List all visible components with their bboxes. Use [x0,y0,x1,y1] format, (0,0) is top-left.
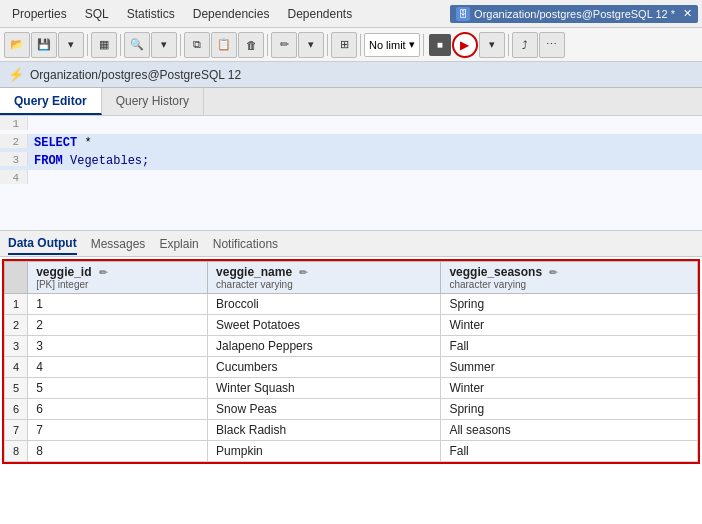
line-num-2: 2 [0,134,28,148]
line-num-1: 1 [0,116,28,130]
editor-area[interactable]: 1 2 SELECT * 3 FROM Vegetables; 4 [0,116,702,231]
menu-statistics[interactable]: Statistics [119,4,183,24]
line-content-2[interactable]: SELECT * [28,134,702,152]
edit-button[interactable]: ✏ [271,32,297,58]
more-button[interactable]: ⋯ [539,32,565,58]
table-wrapper: veggie_id ✏ [PK] integer veggie_name ✏ c… [2,259,700,464]
col-sort-arrow [5,262,28,294]
connection-icon: ⚡ [8,67,24,82]
cell-veggie-id: 6 [28,399,208,420]
line-num-4: 4 [0,170,28,184]
results-tab-data-output[interactable]: Data Output [8,233,77,255]
stop-button[interactable]: ■ [429,34,451,56]
col-veggie-id[interactable]: veggie_id ✏ [PK] integer [28,262,208,294]
separator-5 [327,34,328,56]
results-tab-messages[interactable]: Messages [91,234,146,254]
delete-button[interactable]: 🗑 [238,32,264,58]
col-veggie-seasons[interactable]: veggie_seasons ✏ character varying [441,262,698,294]
table-row[interactable]: 1 1 Broccoli Spring [5,294,698,315]
cell-veggie-seasons: Fall [441,441,698,462]
col-veggie-id-name: veggie_id [36,265,91,279]
table-row[interactable]: 8 8 Pumpkin Fall [5,441,698,462]
col-veggie-name-label: veggie_name [216,265,292,279]
copy-button[interactable]: ⧉ [184,32,210,58]
limit-label: No limit [369,39,406,51]
tab-bar: Query Editor Query History [0,88,702,116]
table-row[interactable]: 2 2 Sweet Potatoes Winter [5,315,698,336]
row-num: 6 [5,399,28,420]
table-row[interactable]: 5 5 Winter Squash Winter [5,378,698,399]
row-num: 4 [5,357,28,378]
table-name: Vegetables; [70,154,149,168]
filter-button[interactable]: ⊞ [331,32,357,58]
save-dropdown-button[interactable]: ▾ [58,32,84,58]
keyword-from: FROM [34,154,63,168]
edit-veggie-name-icon[interactable]: ✏ [299,267,307,278]
separator-2 [120,34,121,56]
cell-veggie-seasons: Spring [441,294,698,315]
table-row[interactable]: 3 3 Jalapeno Peppers Fall [5,336,698,357]
table-row[interactable]: 7 7 Black Radish All seasons [5,420,698,441]
close-tab-icon[interactable]: ✕ [683,7,692,20]
table-row[interactable]: 6 6 Snow Peas Spring [5,399,698,420]
tab-query-editor[interactable]: Query Editor [0,88,102,115]
tab-query-history[interactable]: Query History [102,88,204,115]
grid-view-button[interactable]: ▦ [91,32,117,58]
separator-1 [87,34,88,56]
row-num: 8 [5,441,28,462]
col-veggie-name-sub: character varying [216,279,432,290]
line-content-3[interactable]: FROM Vegetables; [28,152,702,170]
cell-veggie-id: 1 [28,294,208,315]
explain-button[interactable]: ⤴ [512,32,538,58]
keyword-select: SELECT [34,136,77,150]
editor-line-1: 1 [0,116,702,134]
results-tab-bar: Data Output Messages Explain Notificatio… [0,231,702,257]
results-tab-notifications[interactable]: Notifications [213,234,278,254]
separator-8 [508,34,509,56]
col-veggie-name[interactable]: veggie_name ✏ character varying [208,262,441,294]
cell-veggie-name: Winter Squash [208,378,441,399]
cell-veggie-seasons: Summer [441,357,698,378]
connection-label: Organization/postgres@PostgreSQL 12 [30,68,241,82]
edit-dropdown-button[interactable]: ▾ [298,32,324,58]
cell-veggie-seasons: Fall [441,336,698,357]
cell-veggie-id: 2 [28,315,208,336]
row-num: 3 [5,336,28,357]
cell-veggie-seasons: Spring [441,399,698,420]
line-num-3: 3 [0,152,28,166]
limit-arrow-icon: ▾ [409,38,415,51]
table-row[interactable]: 4 4 Cucumbers Summer [5,357,698,378]
run-button[interactable]: ▶ [452,32,478,58]
menu-dependencies[interactable]: Dependencies [185,4,278,24]
results-area: Data Output Messages Explain Notificatio… [0,231,702,524]
results-tab-explain[interactable]: Explain [159,234,198,254]
col-veggie-seasons-label: veggie_seasons [449,265,542,279]
menu-dependents[interactable]: Dependents [279,4,360,24]
run-dropdown-button[interactable]: ▾ [479,32,505,58]
data-table-container[interactable]: veggie_id ✏ [PK] integer veggie_name ✏ c… [0,257,702,524]
limit-dropdown[interactable]: No limit ▾ [364,33,420,57]
find-dropdown-button[interactable]: ▾ [151,32,177,58]
paste-button[interactable]: 📋 [211,32,237,58]
col-veggie-id-sub: [PK] integer [36,279,199,290]
cell-veggie-id: 3 [28,336,208,357]
edit-veggie-id-icon[interactable]: ✏ [99,267,107,278]
cell-veggie-id: 5 [28,378,208,399]
save-file-button[interactable]: 💾 [31,32,57,58]
row-num: 7 [5,420,28,441]
editor-line-3: 3 FROM Vegetables; [0,152,702,170]
cell-veggie-name: Pumpkin [208,441,441,462]
menu-properties[interactable]: Properties [4,4,75,24]
separator-7 [423,34,424,56]
cell-veggie-id: 8 [28,441,208,462]
cell-veggie-name: Cucumbers [208,357,441,378]
active-tab-label: Organization/postgres@PostgreSQL 12 * [474,8,675,20]
menu-sql[interactable]: SQL [77,4,117,24]
find-button[interactable]: 🔍 [124,32,150,58]
menu-bar: Properties SQL Statistics Dependencies D… [0,0,702,28]
edit-veggie-seasons-icon[interactable]: ✏ [549,267,557,278]
line-content-1[interactable] [28,116,702,134]
line-content-4[interactable] [28,170,702,188]
active-tab[interactable]: 🗄 Organization/postgres@PostgreSQL 12 * … [450,5,698,23]
open-file-button[interactable]: 📂 [4,32,30,58]
